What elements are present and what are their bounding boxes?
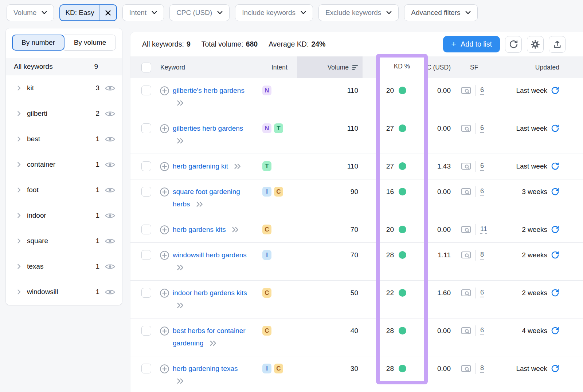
intent-badge-C[interactable]: C (262, 326, 271, 336)
eye-icon[interactable] (105, 237, 116, 245)
keyword-link[interactable]: gilberties herb gardens (173, 124, 243, 132)
refresh-metrics-icon[interactable] (551, 289, 559, 297)
intent-badge-T[interactable]: T (262, 161, 271, 171)
add-keyword-icon[interactable] (160, 124, 169, 149)
add-keyword-icon[interactable] (160, 187, 169, 212)
refresh-metrics-icon[interactable] (551, 251, 559, 259)
sf-value[interactable]: 8 (480, 251, 484, 260)
eye-icon[interactable] (105, 288, 116, 296)
keyword-group-item[interactable]: kit 3 (6, 75, 122, 101)
row-checkbox[interactable] (141, 364, 151, 373)
header-cpc[interactable]: CPC (USD) (417, 64, 457, 71)
sf-value[interactable]: 6 (480, 162, 484, 171)
eye-icon[interactable] (105, 186, 116, 194)
header-volume[interactable]: Volume (297, 56, 363, 78)
intent-badge-I[interactable]: I (262, 364, 271, 373)
sf-value[interactable]: 6 (480, 187, 484, 196)
header-sf[interactable]: SF (457, 64, 492, 71)
chevron-right-icon[interactable] (16, 213, 22, 218)
chevron-right-icon[interactable] (16, 238, 22, 244)
eye-icon[interactable] (105, 84, 116, 92)
filter-advanced-filters[interactable]: Advanced filters (404, 4, 478, 21)
filter-intent[interactable]: Intent (122, 4, 164, 21)
sf-value[interactable]: 6 (480, 86, 484, 95)
row-checkbox[interactable] (141, 250, 151, 260)
sf-value[interactable]: 6 (480, 326, 484, 335)
keyword-group-item[interactable]: container 1 (6, 152, 122, 177)
intent-badge-N[interactable]: N (262, 123, 271, 133)
expand-keyword-icon[interactable] (176, 136, 184, 149)
add-keyword-icon[interactable] (160, 86, 169, 111)
add-keyword-icon[interactable] (160, 364, 169, 389)
eye-icon[interactable] (105, 161, 116, 169)
chevron-right-icon[interactable] (16, 85, 22, 91)
expand-keyword-icon[interactable] (176, 263, 184, 275)
intent-badge-C[interactable]: C (262, 288, 271, 298)
refresh-metrics-icon[interactable] (551, 162, 559, 170)
filter-volume[interactable]: Volume (7, 4, 54, 21)
intent-badge-N[interactable]: N (262, 86, 271, 95)
serp-features-icon[interactable] (461, 162, 471, 171)
keyword-link[interactable]: herb gardening kit (173, 162, 230, 170)
eye-icon[interactable] (105, 212, 116, 219)
sf-value[interactable]: 8 (480, 364, 484, 373)
header-intent[interactable]: Intent (262, 64, 297, 71)
filter-include-keywords[interactable]: Include keywords (235, 4, 313, 21)
row-checkbox[interactable] (141, 288, 151, 298)
sf-value[interactable]: 6 (480, 124, 484, 133)
sf-value[interactable]: 6 (480, 289, 484, 297)
intent-badge-T[interactable]: T (274, 123, 283, 133)
row-checkbox[interactable] (141, 161, 151, 171)
sf-value[interactable]: 11 (480, 225, 487, 234)
serp-features-icon[interactable] (461, 86, 471, 95)
intent-badge-I[interactable]: I (262, 187, 271, 197)
expand-keyword-icon[interactable] (176, 98, 184, 111)
header-updated[interactable]: Updated (492, 64, 583, 71)
row-checkbox[interactable] (141, 123, 151, 133)
refresh-metrics-icon[interactable] (551, 326, 559, 335)
row-checkbox[interactable] (141, 225, 151, 234)
keyword-link[interactable]: windowsill herb gardens (173, 251, 247, 259)
tab-by-volume[interactable]: By volume (64, 35, 116, 51)
keyword-group-item[interactable]: texas 1 (6, 254, 122, 279)
add-keyword-icon[interactable] (160, 326, 169, 351)
refresh-metrics-icon[interactable] (551, 86, 559, 95)
export-button[interactable] (549, 36, 566, 53)
intent-badge-C[interactable]: C (274, 187, 283, 197)
keyword-group-item[interactable]: indoor 1 (6, 203, 122, 228)
eye-icon[interactable] (105, 263, 116, 270)
header-keyword[interactable]: Keyword (157, 64, 262, 71)
chevron-right-icon[interactable] (16, 289, 22, 295)
add-keyword-icon[interactable] (160, 162, 169, 174)
refresh-metrics-icon[interactable] (551, 364, 559, 373)
refresh-metrics-icon[interactable] (551, 124, 559, 132)
expand-keyword-icon[interactable] (196, 199, 203, 212)
row-checkbox[interactable] (141, 326, 151, 336)
close-icon[interactable] (105, 10, 111, 16)
expand-keyword-icon[interactable] (231, 225, 239, 237)
keyword-link[interactable]: square foot gardening herbs (173, 188, 240, 208)
expand-keyword-icon[interactable] (176, 376, 184, 389)
keyword-group-item[interactable]: square 1 (6, 228, 122, 254)
filter-kd[interactable]: KD: Easy (59, 4, 117, 21)
keyword-link[interactable]: herb gardens kits (173, 226, 228, 233)
refresh-metrics-icon[interactable] (551, 187, 559, 196)
keyword-group-item[interactable]: gilberti 2 (6, 101, 122, 126)
intent-badge-I[interactable]: I (262, 250, 271, 260)
chevron-right-icon[interactable] (16, 111, 22, 116)
row-checkbox[interactable] (141, 187, 151, 197)
add-to-list-button[interactable]: + Add to list (443, 36, 500, 52)
row-checkbox[interactable] (141, 86, 151, 95)
keyword-link[interactable]: herb gardening texas (173, 365, 238, 372)
filter-cpc[interactable]: CPC (USD) (169, 4, 230, 21)
serp-features-icon[interactable] (461, 289, 471, 297)
chevron-right-icon[interactable] (16, 162, 22, 167)
serp-features-icon[interactable] (461, 124, 471, 133)
refresh-button[interactable] (505, 36, 522, 53)
intent-badge-C[interactable]: C (262, 225, 271, 234)
keyword-group-item[interactable]: best 1 (6, 126, 122, 152)
expand-keyword-icon[interactable] (176, 301, 184, 313)
serp-features-icon[interactable] (461, 225, 471, 234)
select-all-checkbox[interactable] (141, 63, 151, 72)
keyword-link[interactable]: gilbertie's herb gardens (173, 87, 244, 94)
